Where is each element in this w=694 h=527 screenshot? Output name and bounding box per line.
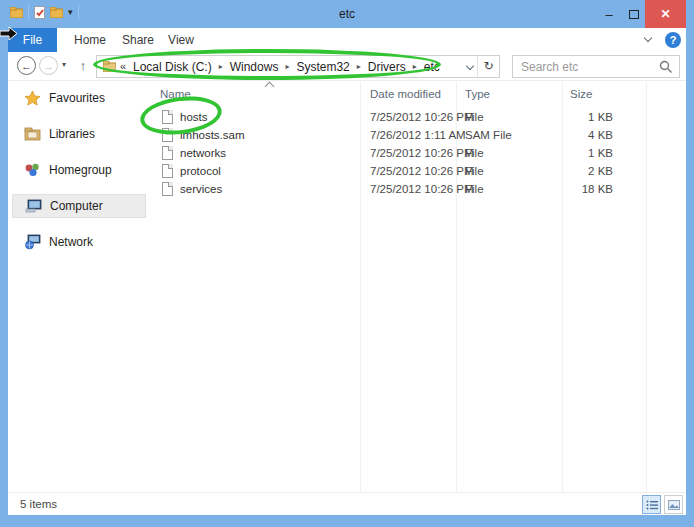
back-button[interactable]: ← bbox=[17, 56, 36, 75]
breadcrumb-etc[interactable]: etc bbox=[424, 60, 440, 74]
file-list: Name Date modified Type Size hosts 7/25/… bbox=[148, 82, 686, 492]
sidebar-item-label: Network bbox=[49, 235, 93, 249]
ribbon-tab-row: File Home Share View ? bbox=[8, 28, 686, 52]
file-row-networks[interactable]: networks 7/25/2012 10:26 PM File 1 KB bbox=[148, 144, 658, 162]
tab-view[interactable]: View bbox=[158, 28, 204, 52]
file-date: 7/25/2012 10:26 PM bbox=[370, 108, 474, 126]
file-name: hosts bbox=[180, 108, 208, 126]
file-date: 7/25/2012 10:26 PM bbox=[370, 144, 474, 162]
file-size: 4 KB bbox=[528, 126, 613, 144]
breadcrumb-system32[interactable]: System32 bbox=[296, 60, 349, 74]
file-date: 7/26/2012 1:11 AM bbox=[370, 126, 466, 144]
column-header-date-modified[interactable]: Date modified bbox=[370, 84, 441, 104]
details-view-icon bbox=[646, 500, 658, 510]
sidebar-item-libraries[interactable]: Libraries bbox=[12, 122, 146, 146]
navigation-pane: Favourites Libraries Homegroup Computer … bbox=[8, 82, 148, 492]
address-dropdown-icon[interactable] bbox=[466, 62, 474, 70]
search-input[interactable] bbox=[513, 56, 653, 77]
breadcrumb: Local Disk (C:) ▸ Windows ▸ System32 ▸ D… bbox=[133, 56, 440, 77]
file-size: 1 KB bbox=[528, 108, 613, 126]
file-name: services bbox=[180, 180, 222, 198]
forward-button[interactable]: → bbox=[39, 56, 58, 75]
star-icon bbox=[24, 90, 41, 106]
close-button[interactable]: ✕ bbox=[645, 0, 686, 28]
breadcrumb-separator-icon: ▸ bbox=[413, 62, 417, 71]
file-size: 18 KB bbox=[528, 180, 613, 198]
file-icon bbox=[162, 146, 173, 160]
maximize-button[interactable] bbox=[623, 0, 645, 28]
file-row-hosts[interactable]: hosts 7/25/2012 10:26 PM File 1 KB bbox=[148, 108, 658, 126]
file-row-protocol[interactable]: protocol 7/25/2012 10:26 PM File 2 KB bbox=[148, 162, 658, 180]
file-date: 7/25/2012 10:26 PM bbox=[370, 180, 474, 198]
file-size: 2 KB bbox=[528, 162, 613, 180]
large-icons-view-button[interactable] bbox=[664, 495, 683, 514]
file-type: File bbox=[465, 180, 484, 198]
ribbon-collapse-icon[interactable] bbox=[644, 34, 652, 42]
details-view-button[interactable] bbox=[642, 495, 661, 514]
window-body: File Home Share View ? ← → ▾ ↑ « Local D… bbox=[8, 28, 686, 515]
file-icon bbox=[162, 110, 173, 124]
large-icons-view-icon bbox=[668, 500, 680, 510]
search-icon bbox=[659, 60, 673, 74]
status-bar: 5 items bbox=[8, 492, 686, 515]
file-type: SAM File bbox=[465, 126, 512, 144]
computer-icon bbox=[25, 198, 42, 214]
window-title: etc bbox=[0, 0, 694, 28]
maximize-icon bbox=[629, 10, 639, 19]
file-name: lmhosts.sam bbox=[180, 126, 245, 144]
column-header-size[interactable]: Size bbox=[570, 84, 592, 104]
file-date: 7/25/2012 10:26 PM bbox=[370, 162, 474, 180]
address-bar[interactable]: « Local Disk (C:) ▸ Windows ▸ System32 ▸… bbox=[96, 55, 500, 78]
column-header-name[interactable]: Name bbox=[160, 84, 191, 104]
breadcrumb-separator-icon: ▸ bbox=[357, 62, 361, 71]
sidebar-item-homegroup[interactable]: Homegroup bbox=[12, 158, 146, 182]
sidebar-item-label: Computer bbox=[50, 199, 103, 213]
file-size: 1 KB bbox=[528, 144, 613, 162]
title-bar[interactable]: ▾ etc – ✕ bbox=[0, 0, 694, 28]
breadcrumb-local-disk[interactable]: Local Disk (C:) bbox=[133, 60, 212, 74]
file-name: networks bbox=[180, 144, 226, 162]
sidebar-item-label: Homegroup bbox=[49, 163, 112, 177]
up-button[interactable]: ↑ bbox=[74, 56, 92, 75]
sidebar-item-label: Libraries bbox=[49, 127, 95, 141]
file-type: File bbox=[465, 144, 484, 162]
explorer-window: ▾ etc – ✕ File Home Share View ? ← → ▾ ↑… bbox=[0, 0, 694, 527]
breadcrumb-collapse[interactable]: « bbox=[120, 56, 126, 77]
file-name: protocol bbox=[180, 162, 221, 180]
sidebar-item-network[interactable]: Network bbox=[12, 230, 146, 254]
network-icon bbox=[24, 234, 41, 250]
file-type: File bbox=[465, 162, 484, 180]
search-box bbox=[512, 55, 680, 78]
items-count: 5 items bbox=[20, 493, 57, 516]
breadcrumb-separator-icon: ▸ bbox=[285, 62, 289, 71]
file-icon bbox=[162, 182, 173, 196]
sidebar-item-computer[interactable]: Computer bbox=[12, 194, 146, 218]
file-icon bbox=[162, 128, 173, 142]
main-content: Favourites Libraries Homegroup Computer … bbox=[8, 82, 686, 492]
tab-home[interactable]: Home bbox=[65, 28, 115, 52]
sidebar-item-favourites[interactable]: Favourites bbox=[12, 86, 146, 110]
minimize-button[interactable]: – bbox=[598, 0, 620, 28]
tab-file[interactable]: File bbox=[8, 28, 57, 52]
breadcrumb-separator-icon: ▸ bbox=[219, 62, 223, 71]
homegroup-icon bbox=[24, 162, 41, 178]
breadcrumb-drivers[interactable]: Drivers bbox=[368, 60, 406, 74]
column-header-type[interactable]: Type bbox=[465, 84, 490, 104]
sidebar-item-label: Favourites bbox=[49, 91, 105, 105]
help-button[interactable]: ? bbox=[665, 32, 681, 48]
file-icon bbox=[162, 164, 173, 178]
address-bar-row: ← → ▾ ↑ « Local Disk (C:) ▸ Windows ▸ Sy… bbox=[8, 52, 686, 81]
breadcrumb-windows[interactable]: Windows bbox=[230, 60, 279, 74]
libraries-icon bbox=[24, 126, 41, 142]
sort-ascending-icon bbox=[265, 82, 275, 92]
recent-locations-icon[interactable]: ▾ bbox=[62, 60, 66, 69]
refresh-button[interactable]: ↻ bbox=[477, 56, 499, 77]
file-row-lmhosts[interactable]: lmhosts.sam 7/26/2012 1:11 AM SAM File 4… bbox=[148, 126, 658, 144]
folder-icon bbox=[103, 61, 116, 72]
tab-share[interactable]: Share bbox=[115, 28, 161, 52]
file-row-services[interactable]: services 7/25/2012 10:26 PM File 18 KB bbox=[148, 180, 658, 198]
file-type: File bbox=[465, 108, 484, 126]
